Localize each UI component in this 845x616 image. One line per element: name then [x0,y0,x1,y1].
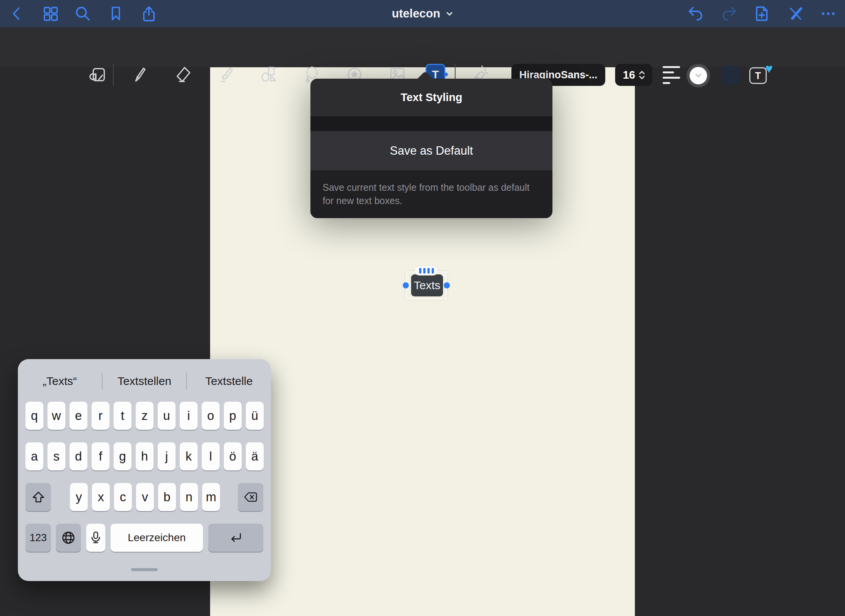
bookmark-icon[interactable] [107,5,125,23]
key-r[interactable]: r [92,402,109,430]
popover-description: Save current text style from the toolbar… [310,170,552,218]
backspace-icon [243,491,258,503]
key-c[interactable]: c [114,483,132,511]
keyboard-row-1: qwertzuiopü [25,402,264,430]
shift-icon [32,490,45,504]
key-n[interactable]: n [180,483,198,511]
back-icon[interactable] [8,5,26,23]
key-g[interactable]: g [114,442,131,470]
key-o[interactable]: o [202,402,220,430]
shift-key[interactable] [25,483,51,511]
globe-icon [61,530,76,545]
backspace-key[interactable] [238,483,263,511]
floating-keyboard: „Texts“TextstellenTextstelle qwertzuiopü… [18,359,271,581]
text-align-button[interactable] [663,66,680,84]
popover-description-line1: Save current text style from the toolbar… [323,181,537,194]
text-styling-popover: Text Styling Save as Default Save curren… [310,79,552,218]
return-key[interactable] [208,524,263,552]
key-j[interactable]: j [158,442,176,470]
text-background-swatch[interactable] [722,66,740,85]
add-page-icon[interactable] [753,5,771,23]
key-ü[interactable]: ü [246,402,264,430]
text-box-left-resize-handle[interactable] [403,282,409,288]
key-s[interactable]: s [47,442,65,470]
highlighter-tool-icon[interactable] [216,65,236,84]
key-t[interactable]: t [114,402,131,430]
globe-key[interactable] [56,524,81,552]
key-f[interactable]: f [92,442,109,470]
numbers-key-label: 123 [30,532,47,544]
redo-icon[interactable] [720,5,739,23]
key-i[interactable]: i [180,402,198,430]
app-screen: utelecon [0,0,845,616]
text-box-text: Texts [414,279,440,292]
text-tool-right-handle [444,73,448,76]
toolbar-separator [113,64,114,86]
popover-description-line2: for new text boxes. [323,194,537,207]
key-ä[interactable]: ä [246,442,264,470]
microphone-icon [89,531,102,545]
key-a[interactable]: a [25,442,43,470]
document-title[interactable]: utelecon [366,0,479,27]
document-title-text: utelecon [392,7,440,21]
suggestion-2[interactable]: Textstellen [103,375,187,388]
key-e[interactable]: e [70,402,87,430]
text-color-swatch[interactable] [687,64,710,87]
font-size-button[interactable]: 16 [615,64,652,86]
heart-icon: ♥ [765,62,773,75]
share-icon[interactable] [140,5,158,23]
text-color-current [690,67,707,84]
key-p[interactable]: p [224,402,242,430]
return-icon [229,531,243,545]
space-key-label: Leerzeichen [128,532,186,544]
key-d[interactable]: d [70,442,87,470]
search-icon[interactable] [74,5,92,23]
key-x[interactable]: x [92,483,110,511]
key-q[interactable]: q [25,402,43,430]
font-size-value: 16 [623,69,635,81]
key-b[interactable]: b [158,483,176,511]
text-style-frame: T [749,67,767,84]
keyboard-row-3: yxcvbnm [70,483,220,511]
key-h[interactable]: h [136,442,153,470]
save-as-default-button[interactable]: Save as Default [310,131,552,170]
font-size-stepper-icon [639,71,645,79]
suggestion-bar: „Texts“TextstellenTextstelle [18,365,271,397]
keyboard-row-2: asdfghjklöä [25,442,264,470]
text-box-drag-handle[interactable] [415,266,438,276]
title-chevron-down-icon [446,10,453,17]
key-z[interactable]: z [136,402,153,430]
text-style-favorite-button[interactable]: T ♥ [749,65,771,86]
text-box-right-resize-handle[interactable] [444,282,450,288]
space-key[interactable]: Leerzeichen [111,524,203,552]
key-ö[interactable]: ö [224,442,242,470]
keyboard-grabber[interactable] [131,568,158,571]
dictation-key[interactable] [86,524,105,552]
suggestion-1[interactable]: „Texts“ [18,375,102,388]
thumbnails-grid-icon[interactable] [41,5,60,23]
numbers-key[interactable]: 123 [25,524,51,552]
key-w[interactable]: w [47,402,65,430]
text-box-content[interactable]: Texts [411,274,443,296]
page-elements-icon[interactable] [88,65,108,84]
more-icon[interactable] [819,5,837,23]
pen-mode-toggle-icon[interactable] [786,5,805,23]
key-y[interactable]: y [70,483,88,511]
key-k[interactable]: k [180,442,198,470]
key-u[interactable]: u [158,402,176,430]
text-style-t-label: T [755,70,761,81]
key-m[interactable]: m [202,483,220,511]
shapes-tool-icon[interactable] [259,65,279,84]
top-navigation-bar: utelecon [0,0,845,27]
swatch-chevron-down-icon [695,73,702,78]
key-v[interactable]: v [136,483,154,511]
key-l[interactable]: l [202,442,220,470]
pen-tool-icon[interactable] [130,65,150,84]
popover-empty-row [310,116,552,131]
suggestion-3[interactable]: Textstelle [187,375,271,388]
popover-title: Text Styling [310,79,552,116]
eraser-tool-icon[interactable] [173,65,193,84]
editing-toolbar: T HiraginoSans-... 16 [0,27,845,67]
undo-icon[interactable] [686,5,704,23]
